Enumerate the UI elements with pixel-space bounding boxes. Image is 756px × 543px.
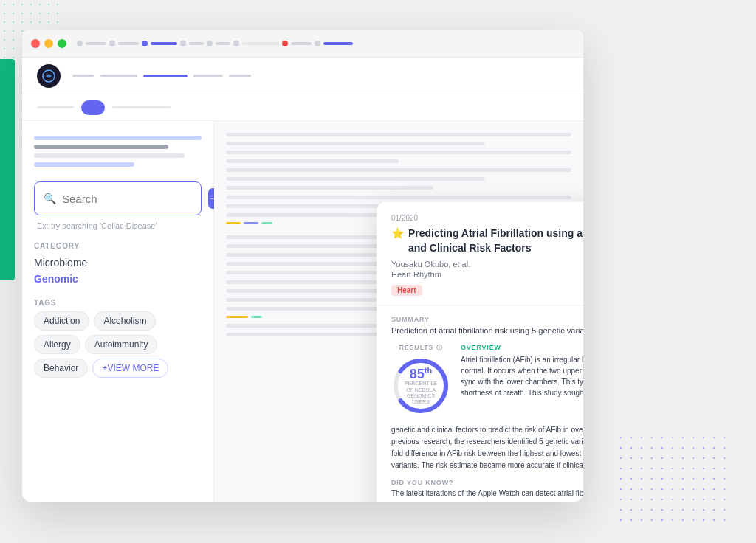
overview-text: Atrial fibrillation (AFib) is an irregul… xyxy=(461,354,583,398)
content-line-8 xyxy=(226,196,571,199)
main-content: 🔍 → Ex: try searching 'Celiac Disease' C… xyxy=(22,121,583,502)
accent-line-5 xyxy=(251,316,262,318)
accent-line-2 xyxy=(244,222,258,224)
summary-text: Prediction of atrial fibrillation risk u… xyxy=(391,326,583,335)
nav-segment-4 xyxy=(189,42,204,45)
percentile-text: 85th PERCENTILE OF NEBULA GENOMICS USERS xyxy=(405,367,437,406)
nav-dot-3 xyxy=(142,41,148,46)
accent-line-3 xyxy=(261,222,272,224)
nav-segment-7 xyxy=(323,42,353,45)
accent-line-4 xyxy=(226,316,248,318)
sidebar-decorative-bars xyxy=(34,136,202,167)
nav-dot-2 xyxy=(109,41,115,46)
content-line-5 xyxy=(226,168,571,172)
right-content: 01/2020 ⭐ Predicting Atrial Fibrillation… xyxy=(214,121,583,502)
tag-addiction[interactable]: Addiction xyxy=(34,311,89,331)
browser-window: 🔍 → Ex: try searching 'Celiac Disease' C… xyxy=(22,30,583,502)
article-body: SUMMARY Prediction of atrial fibrillatio… xyxy=(377,305,583,502)
article-header: 01/2020 ⭐ Predicting Atrial Fibrillation… xyxy=(377,202,583,305)
overview-title: OVERVIEW xyxy=(461,344,583,351)
tag-alcoholism[interactable]: Alcoholism xyxy=(94,311,156,331)
browser-minimize-button[interactable] xyxy=(44,39,53,48)
summary-title: SUMMARY xyxy=(391,316,583,323)
article-title: ⭐ Predicting Atrial Fibrillation using a… xyxy=(391,226,583,255)
nav-segment-3 xyxy=(151,42,177,45)
tags-wrap: Addiction Alcoholism Allergy Autoimmunit… xyxy=(34,311,202,378)
search-hint: Ex: try searching 'Celiac Disease' xyxy=(34,221,202,230)
nav-segment-1 xyxy=(86,42,106,45)
content-line-2 xyxy=(226,142,485,145)
content-line-19 xyxy=(226,307,399,311)
star-icon: ⭐ xyxy=(391,226,404,241)
nav-dot-5 xyxy=(207,41,213,46)
tag-autoimmunity[interactable]: Autoimmunity xyxy=(85,335,158,354)
app-logo xyxy=(37,64,61,88)
results-section: RESULTS ⓘ xyxy=(391,344,583,415)
nav-segment-selected xyxy=(242,42,279,45)
nav-dot-red xyxy=(282,41,288,46)
header-nav xyxy=(72,75,568,77)
sub-header-seg-1 xyxy=(37,106,74,108)
content-line-3 xyxy=(226,151,571,154)
browser-titlebar xyxy=(22,30,583,58)
content-line-7 xyxy=(226,186,433,190)
left-sidebar: 🔍 → Ex: try searching 'Celiac Disease' C… xyxy=(22,121,214,502)
article-journal: Heart Rhythm xyxy=(391,270,583,279)
header-nav-seg-3 xyxy=(143,75,188,77)
article-panel: 01/2020 ⭐ Predicting Atrial Fibrillation… xyxy=(377,202,583,502)
header-nav-seg-4 xyxy=(193,75,223,77)
results-title: RESULTS ⓘ xyxy=(399,344,442,352)
overview-section: OVERVIEW Atrial fibrillation (AFib) is a… xyxy=(461,344,583,415)
category-label: CATEGORY xyxy=(34,242,202,250)
nav-segment-5 xyxy=(216,42,230,45)
tags-section: TAGS Addiction Alcoholism Allergy Autoim… xyxy=(34,299,202,378)
nav-dot-7 xyxy=(315,41,320,46)
bg-dots-bottomright xyxy=(616,432,734,521)
content-line-1 xyxy=(226,133,571,136)
browser-close-button[interactable] xyxy=(31,39,40,48)
search-icon: 🔍 xyxy=(44,193,56,204)
search-container[interactable]: 🔍 → xyxy=(34,181,202,215)
nav-dot-1 xyxy=(77,41,83,46)
header-nav-seg-1 xyxy=(72,75,94,77)
article-tag-heart: Heart xyxy=(391,285,422,296)
nav-dots xyxy=(77,41,353,46)
accent-line-1 xyxy=(226,222,241,224)
search-input[interactable] xyxy=(62,193,202,205)
deco-bar-1 xyxy=(34,136,202,140)
full-text: genetic and clinical factors to predict … xyxy=(391,424,583,471)
nav-segment-2 xyxy=(118,42,139,45)
app-header xyxy=(22,58,583,94)
category-microbiome[interactable]: Microbiome xyxy=(34,255,202,271)
article-date: 01/2020 xyxy=(391,214,583,222)
did-you-know-title: DID YOU KNOW? xyxy=(391,479,583,486)
deco-bar-3 xyxy=(34,153,185,158)
percentile-circle: 85th PERCENTILE OF NEBULA GENOMICS USERS xyxy=(391,356,450,415)
article-authors: Yousaku Okubo, et al. xyxy=(391,260,583,269)
nav-dot-4 xyxy=(180,41,186,46)
did-you-know-text: The latest iterations of the Apple Watch… xyxy=(391,489,583,497)
content-line-4 xyxy=(226,159,399,163)
nav-segment-6 xyxy=(291,42,312,45)
bg-green-accent xyxy=(0,59,15,280)
article-left: SUMMARY Prediction of atrial fibrillatio… xyxy=(391,316,583,502)
tag-view-more[interactable]: +VIEW MORE xyxy=(92,359,168,378)
deco-bar-2 xyxy=(34,145,168,149)
browser-maximize-button[interactable] xyxy=(58,39,66,48)
tag-allergy[interactable]: Allergy xyxy=(34,335,80,354)
content-line-6 xyxy=(226,177,485,181)
tags-label: TAGS xyxy=(34,299,202,307)
sub-header-pill xyxy=(81,100,105,115)
header-nav-seg-2 xyxy=(100,75,137,77)
info-icon: ⓘ xyxy=(436,345,443,351)
sub-header xyxy=(22,94,583,121)
browser-address-bar xyxy=(77,41,574,46)
deco-bar-4 xyxy=(34,162,134,167)
tag-behavior[interactable]: Behavior xyxy=(34,359,88,378)
sub-header-seg-2 xyxy=(112,106,171,108)
category-genomic[interactable]: Genomic xyxy=(34,271,202,287)
nav-dot-6 xyxy=(233,41,239,46)
header-nav-seg-5 xyxy=(229,75,251,77)
content-line-12 xyxy=(226,244,399,248)
